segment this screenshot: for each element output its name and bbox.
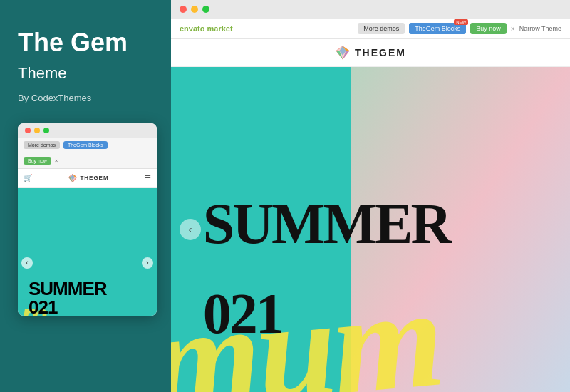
- new-badge: NEW: [454, 19, 468, 25]
- preview-gem-icon: [68, 173, 78, 183]
- hero-section: mum SUMMER 021 ‹: [171, 67, 570, 392]
- sidebar-author: By CodexThemes: [18, 93, 153, 103]
- browser-dot-yellow[interactable]: [191, 6, 198, 13]
- preview-content: m SUMMER021 ‹ ›: [18, 188, 157, 316]
- site-logo-text: THEGEM: [355, 47, 406, 58]
- browser-dot-red[interactable]: [180, 6, 187, 13]
- main-panel: envato market More demos TheGem Blocks N…: [171, 0, 570, 392]
- gem-diamond-icon: [335, 45, 351, 61]
- preview-dot-yellow[interactable]: [34, 128, 40, 133]
- site-logo: THEGEM: [335, 45, 406, 61]
- preview-arrow-right[interactable]: ›: [142, 257, 153, 269]
- hero-year-text: 021: [203, 285, 282, 342]
- narrow-theme-label: Narrow Theme: [519, 25, 561, 32]
- preview-arrow-left[interactable]: ‹: [21, 257, 33, 269]
- preview-logo: THEGEM: [68, 173, 108, 183]
- preview-menu-icon[interactable]: ☰: [145, 174, 151, 182]
- preview-thegem-blocks-button[interactable]: TheGem Blocks: [63, 141, 108, 149]
- browser-chrome: [171, 0, 570, 19]
- more-demos-button[interactable]: More demos: [358, 23, 405, 34]
- preview-titlebar: [18, 123, 157, 138]
- sidebar: The Gem Theme By CodexThemes More demos …: [0, 0, 171, 392]
- preview-summer-text: SUMMER021: [28, 279, 107, 316]
- sidebar-preview: More demos TheGem Blocks Buy now × 🛒 THE…: [18, 123, 157, 316]
- site-nav: THEGEM: [171, 39, 570, 67]
- preview-close-icon[interactable]: ×: [55, 158, 58, 164]
- sidebar-subtitle: Theme: [18, 64, 153, 83]
- preview-more-demos-button[interactable]: More demos: [24, 141, 60, 149]
- preview-dot-red[interactable]: [25, 128, 31, 133]
- buy-now-button[interactable]: Buy now: [470, 23, 507, 34]
- envato-logo: envato market: [180, 24, 233, 33]
- toolbar-buttons: More demos TheGem Blocks NEW Buy now × N…: [358, 23, 561, 34]
- preview-cart-icon[interactable]: 🛒: [24, 174, 32, 182]
- preview-nav: 🛒 THEGEM ☰: [18, 169, 157, 188]
- preview-logo-text: THEGEM: [80, 175, 108, 181]
- sidebar-title: The Gem: [18, 29, 153, 57]
- toolbar-close-icon[interactable]: ×: [511, 25, 515, 33]
- hero-summer-text: SUMMER: [203, 195, 450, 252]
- browser-dot-green[interactable]: [202, 6, 209, 13]
- thegem-blocks-button[interactable]: TheGem Blocks NEW: [409, 23, 466, 34]
- preview-toolbar: More demos TheGem Blocks: [18, 138, 157, 153]
- site-toolbar: envato market More demos TheGem Blocks N…: [171, 19, 570, 39]
- preview-buy-now-button[interactable]: Buy now: [24, 157, 51, 165]
- hero-arrow-left[interactable]: ‹: [180, 219, 201, 240]
- preview-toolbar-2: Buy now ×: [18, 153, 157, 169]
- preview-dot-green[interactable]: [43, 128, 49, 133]
